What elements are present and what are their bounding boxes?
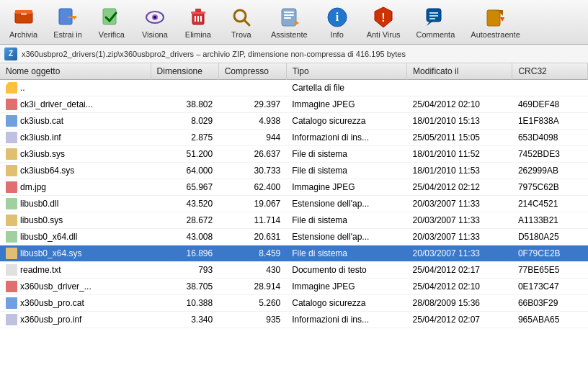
col-header-compressed[interactable]: Compresso: [218, 63, 286, 80]
table-row[interactable]: dm.jpg65.96762.400Immagine JPEG25/04/201…: [0, 179, 588, 196]
file-type-5: File di sistema: [286, 163, 406, 179]
toolbar-btn-verifica[interactable]: Verifica: [90, 3, 133, 42]
toolbar-btn-estrai[interactable]: Estrai in: [45, 3, 90, 42]
file-modified-4: 18/01/2010 11:52: [407, 146, 512, 163]
file-modified-3: 25/05/2011 15:05: [407, 130, 512, 146]
file-type-14: Informazioni di ins...: [286, 312, 406, 328]
toolbar-btn-antivirus[interactable]: !Anti Virus: [359, 3, 409, 42]
svg-line-17: [244, 20, 249, 25]
toolbar-btn-commenta[interactable]: Commenta: [409, 3, 463, 42]
table-row[interactable]: ck3i_driver_detai...38.80229.397Immagine…: [0, 96, 588, 113]
file-compressed-3: 944: [218, 130, 286, 146]
file-size-0: [151, 80, 218, 96]
file-name-text: dm.jpg: [20, 182, 46, 192]
file-icon-jpeg: [6, 99, 17, 110]
table-row[interactable]: libusb0.dll43.52019.067Estensione dell'a…: [0, 196, 588, 212]
archive-icon: Z: [4, 48, 17, 60]
file-name-10: libusb0_x64.sys: [0, 245, 151, 262]
file-modified-1: 25/04/2012 02:10: [407, 96, 512, 113]
file-icon-jpeg: [6, 181, 17, 193]
table-row[interactable]: ck3iusb.cat8.0294.938Catalogo sicurezza1…: [0, 113, 588, 130]
table-row[interactable]: ck3iusb.sys51.20026.637File di sistema18…: [0, 146, 588, 163]
file-name-text: x360usb_pro.inf: [20, 315, 81, 325]
toolbar-label-verifica: Verifica: [99, 30, 125, 39]
file-compressed-14: 935: [218, 312, 286, 328]
file-name-1: ck3i_driver_detai...: [0, 96, 151, 113]
file-name-text: ck3iusb.inf: [20, 132, 61, 143]
file-list: Nome oggettoDimensioneCompressoTipoModif…: [0, 63, 588, 370]
file-crc-8: A1133B21: [512, 212, 588, 229]
file-modified-8: 20/03/2007 11:33: [407, 212, 512, 229]
file-size-4: 51.200: [151, 146, 218, 163]
toolbar-btn-assistente[interactable]: Assistente: [263, 3, 316, 42]
file-crc-1: 469DEF48: [512, 96, 588, 113]
file-name-text: readme.txt: [20, 265, 61, 275]
svg-marker-28: [427, 22, 432, 26]
toolbar-btn-elimina[interactable]: Elimina: [177, 3, 220, 42]
file-crc-12: 0E173C47: [512, 279, 588, 295]
table-row[interactable]: x360usb_pro.inf3.340935Informazioni di i…: [0, 312, 588, 328]
file-size-1: 38.802: [151, 96, 218, 113]
toolbar-label-commenta: Commenta: [416, 30, 455, 39]
toolbar-btn-info[interactable]: iInfo: [316, 3, 359, 42]
file-modified-10: 20/03/2007 11:33: [407, 245, 512, 262]
file-size-7: 43.520: [151, 196, 218, 212]
file-size-5: 64.000: [151, 163, 218, 179]
toolbar-label-elimina: Elimina: [185, 30, 211, 39]
file-crc-11: 77BE65E5: [512, 262, 588, 279]
table-row[interactable]: ck3iusb.inf2.875944Informazioni di ins..…: [0, 130, 588, 146]
table-row[interactable]: readme.txt793430Documento di testo25/04/…: [0, 262, 588, 279]
file-size-3: 2.875: [151, 130, 218, 146]
file-name-text: ..: [20, 83, 25, 93]
table-row[interactable]: x360usb_pro.cat10.3885.260Catalogo sicur…: [0, 295, 588, 312]
col-header-type[interactable]: Tipo: [286, 63, 406, 80]
file-icon-cat: [6, 115, 17, 127]
file-name-14: x360usb_pro.inf: [0, 312, 151, 328]
table-row[interactable]: libusb0.sys28.67211.714File di sistema20…: [0, 212, 588, 229]
table-row[interactable]: ck3iusb64.sys64.00030.733File di sistema…: [0, 163, 588, 179]
file-name-text: x360usb_driver_...: [20, 281, 92, 292]
table-row[interactable]: ..Cartella di file: [0, 80, 588, 96]
toolbar-icon-assistente: [277, 6, 300, 29]
file-name-text: ck3iusb.sys: [20, 149, 65, 159]
file-type-4: File di sistema: [286, 146, 406, 163]
file-type-13: Catalogo sicurezza: [286, 295, 406, 312]
file-type-10: File di sistema: [286, 245, 406, 262]
file-name-4: ck3iusb.sys: [0, 146, 151, 163]
file-name-text: libusb0_x64.dll: [20, 232, 77, 242]
col-header-name[interactable]: Nome oggetto: [0, 63, 151, 80]
file-modified-14: 25/04/2012 02:07: [407, 312, 512, 328]
toolbar-label-autoestraente: Autoestraente: [471, 30, 520, 39]
file-crc-13: 66B03F29: [512, 295, 588, 312]
toolbar-icon-autoestraente: [484, 6, 507, 29]
table-row[interactable]: libusb0_x64.sys16.8968.459File di sistem…: [0, 245, 588, 262]
col-header-size[interactable]: Dimensione: [151, 63, 218, 80]
toolbar-icon-estrai: [56, 6, 79, 29]
table-body: ..Cartella di fileck3i_driver_detai...38…: [0, 80, 588, 328]
file-crc-9: D5180A25: [512, 229, 588, 245]
toolbar-btn-autoestraente[interactable]: Autoestraente: [463, 3, 528, 42]
file-icon-cat: [6, 297, 17, 309]
file-name-7: libusb0.dll: [0, 196, 151, 212]
toolbar-btn-visiona[interactable]: Visiona: [133, 3, 177, 42]
table-row[interactable]: x360usb_driver_...38.70528.914Immagine J…: [0, 279, 588, 295]
col-header-crc[interactable]: CRC32: [512, 63, 588, 80]
table-row[interactable]: libusb0_x64.dll43.00820.631Estensione de…: [0, 229, 588, 245]
pathbar: Z x360usbpro2_drivers(1).zip\x360usbpro2…: [0, 45, 588, 63]
toolbar-label-visiona: Visiona: [142, 30, 168, 39]
toolbar-btn-archivia[interactable]: Archivia: [1, 3, 45, 42]
file-compressed-9: 20.631: [218, 229, 286, 245]
svg-rect-21: [284, 17, 291, 19]
file-size-11: 793: [151, 262, 218, 279]
file-size-14: 3.340: [151, 312, 218, 328]
toolbar-icon-verifica: [100, 6, 123, 29]
toolbar-icon-info: i: [326, 6, 349, 29]
svg-rect-2: [21, 13, 27, 15]
toolbar: ArchiviaEstrai inVerificaVisionaEliminaT…: [0, 0, 588, 45]
col-header-modified[interactable]: Modificato il: [407, 63, 512, 80]
file-name-text: libusb0.dll: [20, 199, 58, 209]
toolbar-btn-trova[interactable]: Trova: [220, 3, 263, 42]
svg-point-9: [153, 16, 156, 19]
file-type-3: Informazioni di ins...: [286, 130, 406, 146]
svg-text:!: !: [381, 12, 385, 24]
